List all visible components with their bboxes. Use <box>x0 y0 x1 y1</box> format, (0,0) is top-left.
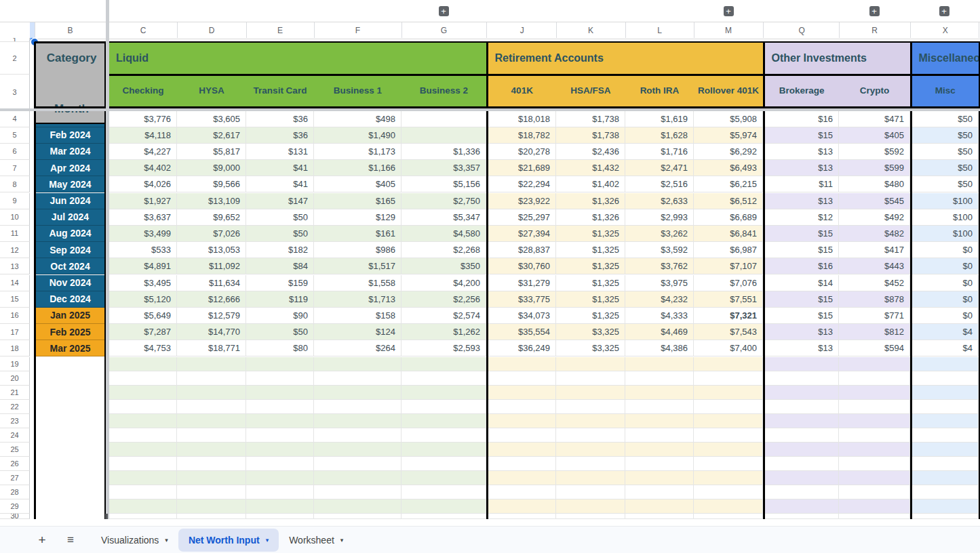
cell-J7[interactable]: $21,689 <box>488 160 557 176</box>
cell-L6[interactable]: $1,716 <box>625 144 694 160</box>
cell-G30[interactable] <box>401 514 486 520</box>
cell-G10[interactable]: $5,347 <box>401 209 486 226</box>
cell-C4[interactable]: $3,776 <box>109 111 177 127</box>
cell-D14[interactable]: $11,634 <box>177 275 246 291</box>
cell-K10[interactable]: $1,326 <box>556 209 625 226</box>
cell-L4[interactable]: $1,619 <box>625 111 694 127</box>
cell-F11[interactable]: $161 <box>314 226 401 242</box>
cell-L19[interactable] <box>625 357 694 371</box>
cell-Q4[interactable]: $16 <box>765 111 840 127</box>
cell-C8[interactable]: $4,026 <box>109 176 177 192</box>
cell-J12[interactable]: $28,837 <box>488 242 557 258</box>
cell-X18[interactable]: $4 <box>912 340 979 356</box>
cell-L25[interactable] <box>625 443 694 457</box>
cell-E27[interactable] <box>246 471 314 485</box>
cell-D19[interactable] <box>177 357 246 371</box>
cell-X28[interactable] <box>912 485 979 499</box>
cell-M22[interactable] <box>694 400 763 414</box>
row-header-22[interactable]: 22 <box>0 400 30 414</box>
cell-C22[interactable] <box>109 400 177 414</box>
cell-R18[interactable]: $594 <box>839 340 910 356</box>
cell-M14[interactable]: $7,076 <box>694 275 763 291</box>
cell-M21[interactable] <box>694 386 763 400</box>
cell-K30[interactable] <box>556 514 625 520</box>
row-header-2[interactable]: 2 <box>0 42 30 75</box>
cell-M24[interactable] <box>694 428 763 443</box>
cell-Q24[interactable] <box>765 428 840 443</box>
tab-dropdown-icon[interactable]: ▾ <box>266 537 269 544</box>
row-header-10[interactable]: 10 <box>0 209 30 226</box>
month-cell-jan-2025[interactable]: Jan 2025 <box>35 308 106 324</box>
cell-C29[interactable] <box>109 499 177 514</box>
cell-L17[interactable]: $4,469 <box>625 324 694 340</box>
month-cell-jun-2024[interactable]: Jun 2024 <box>35 193 106 209</box>
cell-C28[interactable] <box>109 485 177 499</box>
cell-X6[interactable]: $50 <box>912 144 979 160</box>
cell-X16[interactable]: $0 <box>912 308 979 324</box>
cell-X15[interactable]: $0 <box>912 291 979 308</box>
cell-F27[interactable] <box>314 471 401 485</box>
category-month-header-cell[interactable]: Category Month <box>35 42 109 124</box>
month-cell-sep-2024[interactable]: Sep 2024 <box>35 242 106 258</box>
row-header-19[interactable]: 19 <box>0 357 30 371</box>
cell-M12[interactable]: $6,987 <box>694 242 763 258</box>
cell-L13[interactable]: $3,762 <box>625 258 694 274</box>
row-header-15[interactable]: 15 <box>0 291 30 308</box>
cell-G12[interactable]: $2,268 <box>401 242 486 258</box>
row-header-14[interactable]: 14 <box>0 275 30 291</box>
cell-R30[interactable] <box>839 514 910 520</box>
cell-M9[interactable]: $6,512 <box>694 193 763 209</box>
cell-K20[interactable] <box>556 371 625 386</box>
cell-X14[interactable]: $0 <box>912 275 979 291</box>
cell-X21[interactable] <box>912 386 979 400</box>
cell-L9[interactable]: $2,633 <box>625 193 694 209</box>
cell-R24[interactable] <box>839 428 910 443</box>
cell-G25[interactable] <box>401 443 486 457</box>
cell-G4[interactable] <box>401 111 486 127</box>
add-sheet-button[interactable]: + <box>34 532 50 548</box>
cell-Q18[interactable]: $13 <box>765 340 840 356</box>
cell-M18[interactable]: $7,400 <box>694 340 763 356</box>
cell-X5[interactable]: $50 <box>912 127 979 144</box>
cell-R6[interactable]: $592 <box>839 144 910 160</box>
month-cell-oct-2024[interactable]: Oct 2024 <box>35 258 106 274</box>
cell-E30[interactable] <box>246 514 314 520</box>
cell-C24[interactable] <box>109 428 177 443</box>
column-header-roth-ira[interactable]: Roth IRA <box>625 75 694 106</box>
cell-Q10[interactable]: $12 <box>765 209 840 226</box>
cell-E16[interactable]: $90 <box>246 308 314 324</box>
cell-D24[interactable] <box>177 428 246 443</box>
cell-E17[interactable]: $50 <box>246 324 314 340</box>
cell-J19[interactable] <box>488 357 557 371</box>
month-cell-dec-2024[interactable]: Dec 2024 <box>35 291 106 308</box>
cell-K26[interactable] <box>556 457 625 471</box>
select-all-corner[interactable] <box>0 22 31 38</box>
cell-L7[interactable]: $2,471 <box>625 160 694 176</box>
cell-L29[interactable] <box>625 499 694 514</box>
column-header-business-2[interactable]: Business 2 <box>401 75 486 106</box>
cell-G24[interactable] <box>401 428 486 443</box>
cell-K6[interactable]: $2,436 <box>556 144 625 160</box>
frozen-row-divider[interactable] <box>0 108 980 111</box>
cell-C12[interactable]: $533 <box>109 242 177 258</box>
month-cell-mar-2024[interactable]: Mar 2024 <box>35 144 106 160</box>
cell-J13[interactable]: $30,760 <box>488 258 557 274</box>
cell-L14[interactable]: $3,975 <box>625 275 694 291</box>
cell-X20[interactable] <box>912 371 979 386</box>
cell-R19[interactable] <box>839 357 910 371</box>
cell-F16[interactable]: $158 <box>314 308 401 324</box>
frozen-column-divider[interactable] <box>106 0 109 519</box>
column-header-crypto[interactable]: Crypto <box>839 75 910 106</box>
cell-M27[interactable] <box>694 471 763 485</box>
cell-K7[interactable]: $1,432 <box>556 160 625 176</box>
row-header-8[interactable]: 8 <box>0 176 30 192</box>
cell-M30[interactable] <box>694 514 763 520</box>
cell-M20[interactable] <box>694 371 763 386</box>
column-header-G[interactable]: G <box>401 22 487 38</box>
cell-M8[interactable]: $6,215 <box>694 176 763 192</box>
cell-F13[interactable]: $1,517 <box>314 258 401 274</box>
sheet-tab-net-worth-input[interactable]: Net Worth Input▾ <box>178 529 279 552</box>
cell-E18[interactable]: $80 <box>246 340 314 356</box>
cell-J29[interactable] <box>488 499 557 514</box>
cell-G7[interactable]: $3,357 <box>401 160 486 176</box>
